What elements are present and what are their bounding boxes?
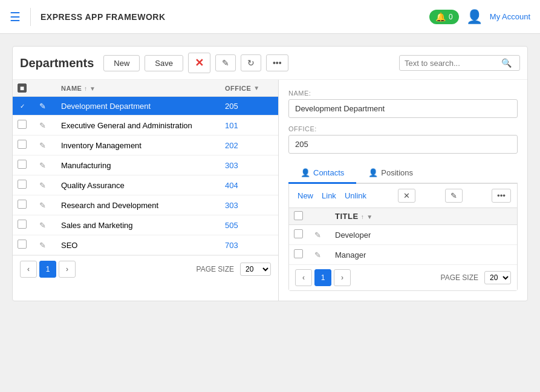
sub-header-title: TITLE ↑ ▼: [335, 212, 512, 221]
row-checkbox[interactable]: [18, 180, 27, 189]
sub-table-row[interactable]: ✎ Developer: [289, 225, 517, 245]
row-office: 101: [225, 121, 238, 130]
split-layout: ■ NAME ↑ ▼ OFFICE ▼ ✓: [13, 80, 527, 301]
table-row[interactable]: ✓ ✎ Development Department 205: [13, 97, 278, 116]
prev-page-button[interactable]: ‹: [20, 261, 37, 278]
row-name: Inventory Management: [61, 141, 225, 150]
sub-select-all[interactable]: [294, 211, 303, 220]
table-row[interactable]: ✎ SEO 703: [13, 235, 278, 255]
name-field-label: NAME:: [288, 90, 518, 97]
table-row[interactable]: ✎ Sales and Marketing 505: [13, 215, 278, 235]
sub-link-button[interactable]: Link: [319, 190, 339, 201]
right-panel: NAME: OFFICE: 👤 Contacts 👤 Positions: [279, 80, 527, 301]
sub-toolbar: New Link Unlink ✕ ✎ •••: [289, 184, 517, 208]
select-all-checkbox[interactable]: ■: [18, 83, 27, 93]
sub-new-button[interactable]: New: [295, 190, 316, 201]
search-icon: 🔍: [501, 58, 512, 68]
notification-button[interactable]: 🔔 0: [429, 10, 459, 24]
row-checkbox[interactable]: [18, 160, 27, 169]
sub-row-checkbox[interactable]: [294, 249, 303, 258]
left-panel: ■ NAME ↑ ▼ OFFICE ▼ ✓: [13, 80, 279, 301]
contacts-tab-icon: 👤: [301, 168, 310, 177]
header-right: 🔔 0 👤 My Account: [429, 9, 530, 25]
title-sort-icon[interactable]: ↑: [361, 214, 365, 220]
delete-button[interactable]: ✕: [188, 53, 210, 73]
row-checkbox[interactable]: [18, 220, 27, 229]
menu-icon[interactable]: ☰: [10, 10, 21, 24]
table-row[interactable]: ✎ Executive General and Administration 1…: [13, 116, 278, 136]
table-header: ■ NAME ↑ ▼ OFFICE ▼: [13, 80, 278, 97]
table-row[interactable]: ✎ Manufacturing 303: [13, 155, 278, 175]
sub-table-header: TITLE ↑ ▼: [289, 208, 517, 225]
sub-table-row[interactable]: ✎ Manager: [289, 245, 517, 265]
row-edit-icon[interactable]: ✎: [39, 161, 46, 170]
new-button[interactable]: New: [103, 55, 140, 71]
office-field-input[interactable]: [288, 135, 518, 154]
main-content: Departments New Save ✕ ✎ ↻ ••• 🔍 ■: [0, 34, 540, 307]
row-checkbox[interactable]: [18, 200, 27, 209]
page-size-label: PAGE SIZE: [197, 265, 234, 273]
row-name: Research and Development: [61, 201, 225, 210]
page-size-select[interactable]: 20 50 100: [240, 263, 271, 276]
main-pagination: ‹ 1 › PAGE SIZE 20 50 100: [13, 255, 278, 283]
tab-positions[interactable]: 👤 Positions: [356, 163, 425, 184]
sub-table-rows: ✎ Developer ✎ Manager: [289, 225, 517, 265]
row-name: Executive General and Administration: [61, 121, 225, 130]
name-filter-icon[interactable]: ▼: [89, 85, 96, 92]
table-rows: ✓ ✎ Development Department 205 ✎ Executi…: [13, 97, 278, 255]
bell-icon: 🔔: [435, 12, 446, 22]
row-edit-icon[interactable]: ✎: [39, 141, 46, 150]
row-office: 205: [225, 102, 238, 111]
table-row[interactable]: ✎ Research and Development 303: [13, 195, 278, 215]
sub-unlink-button[interactable]: Unlink: [342, 190, 369, 201]
title-filter-icon[interactable]: ▼: [366, 214, 372, 220]
sub-row-title: Manager: [335, 250, 512, 260]
row-edit-icon[interactable]: ✎: [39, 121, 46, 130]
search-input[interactable]: [405, 59, 501, 68]
header-check-col: ■: [18, 83, 39, 93]
name-field-input[interactable]: [288, 99, 518, 118]
sub-page-1[interactable]: 1: [314, 269, 331, 286]
tab-contacts[interactable]: 👤 Contacts: [288, 163, 356, 184]
header-divider: [30, 8, 31, 26]
row-checkbox[interactable]: ✓: [18, 102, 27, 111]
page-title: Departments: [20, 56, 94, 70]
edit-button[interactable]: ✎: [215, 54, 236, 71]
row-checkbox[interactable]: [18, 120, 27, 129]
sub-row-edit-icon[interactable]: ✎: [314, 230, 321, 240]
table-row[interactable]: ✎ Inventory Management 202: [13, 136, 278, 155]
sub-more-button[interactable]: •••: [492, 189, 511, 203]
sub-prev-page[interactable]: ‹: [295, 269, 312, 286]
my-account-link[interactable]: My Account: [490, 12, 530, 21]
row-checkbox[interactable]: [18, 240, 27, 249]
user-icon[interactable]: 👤: [466, 9, 483, 25]
name-sort-icon[interactable]: ↑: [84, 85, 88, 92]
detail-form: NAME: OFFICE:: [288, 90, 518, 154]
sub-row-checkbox[interactable]: [294, 229, 303, 238]
table-row[interactable]: ✎ Quality Assurance 404: [13, 175, 278, 195]
row-office: 303: [225, 161, 238, 170]
positions-tab-icon: 👤: [368, 168, 378, 177]
save-button[interactable]: Save: [145, 55, 183, 71]
header-name-col: NAME ↑ ▼: [61, 85, 225, 92]
sub-header-check: [294, 211, 314, 221]
sub-page-size-select[interactable]: 20 50: [484, 271, 511, 284]
row-checkbox[interactable]: [18, 140, 27, 149]
row-edit-icon[interactable]: ✎: [39, 102, 46, 111]
office-filter-icon[interactable]: ▼: [253, 85, 259, 91]
sub-row-edit-icon[interactable]: ✎: [314, 250, 321, 260]
notification-count: 0: [449, 13, 453, 21]
contacts-tab-label: Contacts: [313, 168, 344, 177]
row-edit-icon[interactable]: ✎: [39, 241, 46, 250]
sub-delete-button[interactable]: ✕: [398, 189, 415, 203]
sub-next-page[interactable]: ›: [334, 269, 351, 286]
page-1-button[interactable]: 1: [39, 261, 56, 278]
more-button[interactable]: •••: [266, 54, 288, 71]
row-edit-icon[interactable]: ✎: [39, 201, 46, 210]
next-page-button[interactable]: ›: [59, 261, 76, 278]
row-edit-icon[interactable]: ✎: [39, 221, 46, 230]
row-name: Quality Assurance: [61, 181, 225, 190]
refresh-button[interactable]: ↻: [241, 54, 261, 71]
row-edit-icon[interactable]: ✎: [39, 181, 46, 190]
sub-edit-button[interactable]: ✎: [445, 189, 463, 203]
